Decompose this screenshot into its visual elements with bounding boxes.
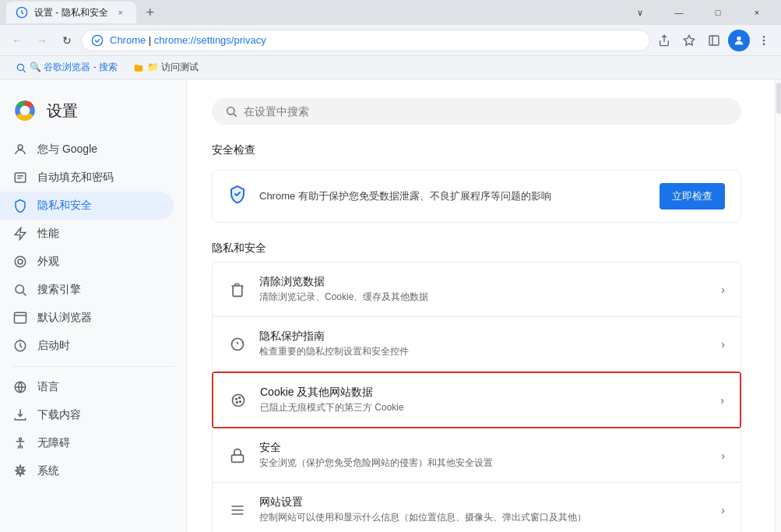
- svg-point-20: [16, 285, 24, 294]
- tab-favicon: [16, 6, 28, 19]
- sidebar-item-browser[interactable]: 默认浏览器: [0, 304, 174, 332]
- privacy-guide-subtitle: 检查重要的隐私控制设置和安全控件: [259, 345, 709, 358]
- chevron-down-icon[interactable]: ∨: [622, 0, 658, 25]
- sidebar-item-browser-label: 默认浏览器: [37, 311, 92, 325]
- svg-marker-2: [684, 35, 694, 45]
- share-icon[interactable]: [653, 30, 675, 51]
- security-settings-icon: [228, 446, 247, 465]
- svg-point-35: [233, 394, 245, 406]
- privacy-icon: [12, 198, 28, 213]
- bookmarks-bar: 🔍 谷歌浏览器 - 搜索 📁 访问测试: [0, 56, 781, 79]
- svg-point-36: [236, 398, 237, 400]
- svg-line-21: [23, 292, 26, 295]
- site-settings-subtitle: 控制网站可以使用和显示什么信息（如位置信息、摄像头、弹出式窗口及其他）: [259, 511, 709, 524]
- user-icon: [12, 142, 28, 157]
- settings-item-site-settings[interactable]: 网站设置 控制网站可以使用和显示什么信息（如位置信息、摄像头、弹出式窗口及其他）…: [213, 483, 741, 532]
- svg-point-18: [15, 256, 26, 267]
- sidebar-item-language-label: 语言: [37, 380, 59, 394]
- clear-data-subtitle: 清除浏览记录、Cookie、缓存及其他数据: [259, 291, 709, 304]
- sidebar-item-search[interactable]: 搜索引擎: [0, 276, 174, 304]
- svg-point-14: [18, 145, 23, 150]
- active-tab[interactable]: 设置 - 隐私和安全 ×: [6, 2, 136, 23]
- maximize-button[interactable]: □: [700, 0, 736, 25]
- security-content: 安全 安全浏览（保护您免受危险网站的侵害）和其他安全设置: [259, 441, 709, 470]
- sidebar-item-accessibility-label: 无障碍: [37, 436, 70, 450]
- sidebar-toggle-icon[interactable]: [703, 30, 725, 51]
- titlebar-controls: ∨ — □ ×: [622, 0, 775, 25]
- sidebar-title: 设置: [47, 100, 78, 122]
- back-button[interactable]: ←: [6, 30, 28, 51]
- settings-item-security[interactable]: 安全 安全浏览（保护您免受危险网站的侵害）和其他安全设置 ›: [213, 428, 741, 483]
- tab-close-button[interactable]: ×: [114, 6, 127, 19]
- close-button[interactable]: ×: [739, 0, 775, 25]
- bookmark-access-test-label: 📁 访问测试: [147, 61, 199, 74]
- menu-icon[interactable]: [753, 30, 775, 51]
- safety-check-button[interactable]: 立即检查: [660, 183, 725, 210]
- sidebar-item-search-label: 搜索引擎: [37, 283, 81, 297]
- refresh-button[interactable]: ↻: [56, 30, 78, 51]
- clear-data-content: 清除浏览数据 清除浏览记录、Cookie、缓存及其他数据: [259, 275, 709, 304]
- settings-item-privacy-guide[interactable]: 隐私保护指南 检查重要的隐私控制设置和安全控件 ›: [213, 317, 741, 371]
- scrollbar-track: [775, 79, 781, 532]
- svg-point-19: [18, 259, 23, 264]
- search-icon: [16, 62, 26, 73]
- svg-point-29: [19, 470, 23, 474]
- new-tab-button[interactable]: +: [139, 2, 161, 23]
- safety-check-section-title: 安全检查: [212, 143, 750, 157]
- sidebar-item-downloads[interactable]: 下载内容: [0, 401, 174, 429]
- sidebar-item-privacy-label: 隐私和安全: [37, 199, 92, 213]
- sidebar-item-system[interactable]: 系统: [0, 457, 174, 485]
- sidebar-item-appearance[interactable]: 外观: [0, 248, 174, 276]
- sidebar-item-google-label: 您与 Google: [37, 143, 97, 157]
- settings-item-cookies[interactable]: Cookie 及其他网站数据 已阻止无痕模式下的第三方 Cookie ›: [213, 373, 740, 427]
- url-text: Chrome | chrome://settings/privacy: [110, 34, 640, 46]
- scrollbar-thumb[interactable]: [776, 83, 781, 114]
- cookies-icon: [229, 391, 248, 410]
- settings-search: [212, 98, 750, 125]
- svg-point-30: [227, 107, 234, 115]
- system-icon: [12, 463, 28, 479]
- chrome-logo-icon: [12, 98, 37, 123]
- cookies-subtitle: 已阻止无痕模式下的第三方 Cookie: [260, 401, 708, 414]
- settings-item-clear-data[interactable]: 清除浏览数据 清除浏览记录、Cookie、缓存及其他数据 ›: [213, 262, 741, 317]
- svg-point-13: [21, 107, 29, 115]
- toolbar: ← → ↻ Chrome | chrome://settings/privacy: [0, 25, 781, 56]
- safety-check-card: Chrome 有助于保护您免受数据泄露、不良扩展程序等问题的影响 立即检查: [212, 170, 741, 223]
- svg-point-7: [763, 40, 764, 41]
- sidebar-item-language[interactable]: 语言: [0, 373, 174, 401]
- bookmark-access-test[interactable]: 📁 访问测试: [127, 58, 205, 77]
- privacy-guide-icon: [228, 335, 247, 354]
- sidebar-item-downloads-label: 下载内容: [37, 408, 81, 422]
- sidebar-item-autofill-label: 自动填充和密码: [37, 171, 114, 185]
- sidebar-item-system-label: 系统: [37, 464, 59, 478]
- titlebar-left: 设置 - 隐私和安全 × +: [6, 2, 161, 23]
- privacy-guide-arrow: ›: [721, 338, 725, 351]
- sidebar-item-appearance-label: 外观: [37, 255, 59, 269]
- svg-line-10: [23, 69, 26, 72]
- settings-search-input[interactable]: [244, 105, 728, 118]
- clear-data-icon: [228, 280, 247, 299]
- minimize-button[interactable]: —: [661, 0, 697, 25]
- folder-icon: [133, 62, 144, 73]
- settings-search-wrapper[interactable]: [212, 98, 741, 125]
- privacy-guide-title: 隐私保护指南: [259, 329, 709, 344]
- sidebar-item-startup[interactable]: 启动时: [0, 332, 174, 360]
- cookies-highlight-wrapper: Cookie 及其他网站数据 已阻止无痕模式下的第三方 Cookie ›: [212, 372, 741, 428]
- sidebar-item-performance[interactable]: 性能: [0, 220, 174, 248]
- sidebar-item-google[interactable]: 您与 Google: [0, 136, 174, 164]
- svg-line-31: [234, 114, 237, 117]
- sidebar-item-accessibility[interactable]: 无障碍: [0, 429, 174, 457]
- main-layout: 设置 您与 Google 自动填充和密码 隐私和安全: [0, 79, 781, 532]
- profile-icon[interactable]: [728, 30, 750, 51]
- toolbar-right: [653, 30, 775, 51]
- language-icon: [12, 379, 28, 395]
- sidebar-header: 设置: [0, 92, 186, 136]
- site-settings-content: 网站设置 控制网站可以使用和显示什么信息（如位置信息、摄像头、弹出式窗口及其他）: [259, 495, 709, 524]
- sidebar-item-privacy[interactable]: 隐私和安全: [0, 192, 174, 220]
- address-bar[interactable]: Chrome | chrome://settings/privacy: [81, 30, 650, 51]
- bookmark-search[interactable]: 🔍 谷歌浏览器 - 搜索: [9, 58, 124, 77]
- sidebar-item-autofill[interactable]: 自动填充和密码: [0, 164, 174, 192]
- bookmark-icon[interactable]: [678, 30, 700, 51]
- forward-button[interactable]: →: [31, 30, 53, 51]
- sidebar-item-startup-label: 启动时: [37, 339, 70, 353]
